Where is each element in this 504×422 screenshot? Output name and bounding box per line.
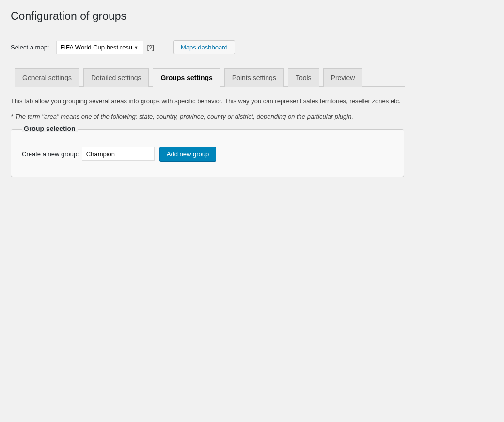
group-selection-fieldset: Group selection Create a new group: Add … bbox=[11, 129, 404, 177]
group-selection-legend: Group selection bbox=[22, 125, 78, 132]
add-new-group-button[interactable]: Add new group bbox=[159, 147, 216, 161]
tab-detailed-settings[interactable]: Detailed settings bbox=[83, 68, 149, 87]
map-select-row: Select a map: FIFA World Cup best resu [… bbox=[11, 40, 494, 54]
tab-description: This tab allow you grouping several area… bbox=[11, 97, 494, 106]
page-title: Configuration of groups bbox=[11, 10, 494, 23]
map-select-label: Select a map: bbox=[11, 44, 49, 51]
tabs: General settings Detailed settings Group… bbox=[15, 68, 405, 87]
tab-points-settings[interactable]: Points settings bbox=[224, 68, 284, 87]
tab-tools[interactable]: Tools bbox=[288, 68, 319, 87]
tab-preview[interactable]: Preview bbox=[323, 68, 363, 87]
create-group-label: Create a new group: bbox=[22, 150, 79, 158]
create-group-row: Create a new group: Add new group bbox=[22, 147, 393, 161]
map-select-wrapper: FIFA World Cup best resu bbox=[56, 41, 143, 54]
create-group-input[interactable] bbox=[82, 147, 155, 161]
tab-note: * The term "area" means one of the follo… bbox=[11, 113, 494, 120]
tab-general-settings[interactable]: General settings bbox=[15, 68, 79, 87]
maps-dashboard-button[interactable]: Maps dashboard bbox=[173, 40, 235, 54]
help-link[interactable]: [?] bbox=[147, 44, 154, 51]
map-select[interactable]: FIFA World Cup best resu bbox=[56, 41, 143, 54]
tab-groups-settings[interactable]: Groups settings bbox=[153, 68, 220, 87]
